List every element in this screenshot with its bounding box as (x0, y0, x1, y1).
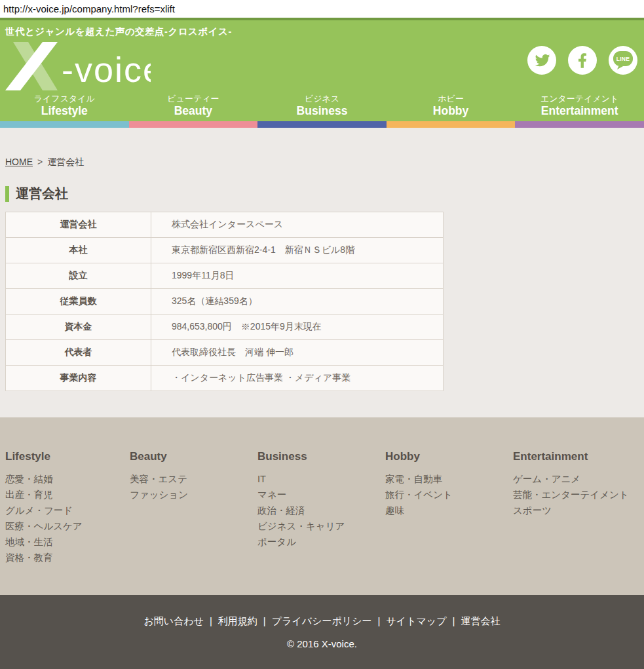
footer-link-separator: | (210, 615, 212, 626)
info-value-cell: 1999年11月8日 (151, 263, 444, 289)
footer-link-separator: | (378, 615, 381, 626)
footer-bottom-link-contact[interactable]: お問い合わせ (144, 615, 204, 626)
copyright: © 2016 X-voice. (0, 638, 644, 649)
footer-link[interactable]: 地域・生活 (5, 534, 130, 550)
info-label-cell: 事業内容 (6, 366, 151, 391)
info-label-cell: 資本金 (6, 315, 151, 340)
logo-wordmark: -voice (62, 50, 151, 89)
info-label-cell: 運営会社 (6, 212, 151, 238)
site-tagline: 世代とジャンルを超えた声の交差点-クロスボイス- (0, 20, 644, 38)
footer-link[interactable]: スポーツ (513, 503, 641, 518)
footer-bottom: お問い合わせ|利用規約|プライバシーポリシー|サイトマップ|運営会社 © 201… (0, 595, 644, 669)
info-value-cell: ・インターネット広告事業 ・メディア事業 (151, 366, 444, 391)
table-row: 資本金 984,653,800円 ※2015年9月末現在 (6, 315, 444, 340)
page-title-text: 運営会社 (16, 185, 68, 202)
stripe-business (257, 121, 387, 128)
nav-label-en: Business (257, 104, 387, 118)
info-value-cell: 984,653,800円 ※2015年9月末現在 (151, 315, 444, 340)
nav-label-jp: ビジネス (257, 93, 387, 104)
footer-link[interactable]: 趣味 (385, 503, 513, 518)
footer-link-separator: | (453, 615, 455, 626)
company-info-table: 運営会社 株式会社インタースペース 本社 東京都新宿区西新宿2-4-1 新宿ＮＳ… (5, 212, 444, 391)
breadcrumb-separator: > (37, 157, 43, 167)
footer-link[interactable]: 恋愛・結婚 (5, 471, 130, 487)
footer-link[interactable]: 芸能・エンターテイメント (513, 487, 641, 503)
footer-link[interactable]: ビジネス・キャリア (257, 518, 385, 534)
footer-link[interactable]: IT (257, 471, 385, 487)
stripe-hobby (387, 121, 516, 128)
footer-column-beauty: Beauty 美容・エステ ファッション (130, 450, 257, 595)
nav-label-en: Beauty (129, 104, 258, 118)
nav-item-entertainment[interactable]: エンターテイメント Entertainment (515, 93, 644, 121)
line-icon: LINE (613, 50, 634, 70)
table-row: 従業員数 325名（連結359名） (6, 289, 444, 315)
main-nav: ライフスタイル Lifestyle ビューティー Beauty ビジネス Bus… (0, 93, 644, 121)
facebook-icon (578, 53, 587, 68)
info-value-cell: 325名（連結359名） (151, 289, 444, 315)
footer-bottom-link-sitemap[interactable]: サイトマップ (386, 615, 446, 626)
footer-link[interactable]: ファッション (130, 487, 257, 503)
footer-link[interactable]: 美容・エステ (130, 471, 257, 487)
nav-color-stripes (0, 121, 644, 128)
footer-link[interactable]: グルメ・フード (5, 503, 130, 518)
footer-column-title: Beauty (130, 450, 257, 463)
nav-label-jp: ライフスタイル (0, 93, 129, 104)
nav-label-en: Entertainment (515, 104, 644, 118)
info-label-cell: 本社 (6, 238, 151, 263)
footer-link[interactable]: マネー (257, 487, 385, 503)
nav-item-beauty[interactable]: ビューティー Beauty (129, 93, 258, 121)
footer-column-entertainment: Entertainment ゲーム・アニメ 芸能・エンターテイメント スポーツ (513, 450, 641, 595)
main-content: HOME>運営会社 運営会社 運営会社 株式会社インタースペース 本社 東京都新… (0, 128, 644, 417)
info-label-cell: 代表者 (6, 340, 151, 366)
twitter-button[interactable] (527, 46, 556, 75)
footer-bottom-link-privacy[interactable]: プライバシーポリシー (272, 615, 372, 626)
page-title: 運営会社 (5, 185, 639, 202)
breadcrumb: HOME>運営会社 (5, 157, 639, 168)
footer-link[interactable]: 医療・ヘルスケア (5, 518, 130, 534)
info-label-cell: 従業員数 (6, 289, 151, 315)
nav-label-en: Lifestyle (0, 104, 129, 118)
footer-column-hobby: Hobby 家電・自動車 旅行・イベント 趣味 (385, 450, 513, 595)
site-logo[interactable]: -voice (5, 42, 151, 90)
footer-bottom-links: お問い合わせ|利用規約|プライバシーポリシー|サイトマップ|運営会社 (0, 615, 644, 627)
footer-link[interactable]: 政治・経済 (257, 503, 385, 518)
footer-sitemap: Lifestyle 恋愛・結婚 出産・育児 グルメ・フード 医療・ヘルスケア 地… (0, 417, 644, 595)
footer-link[interactable]: 資格・教育 (5, 550, 130, 565)
nav-label-jp: ホビー (387, 93, 516, 104)
breadcrumb-home-link[interactable]: HOME (5, 157, 33, 167)
stripe-lifestyle (0, 121, 129, 128)
info-value-cell: 代表取締役社長 河端 伸一郎 (151, 340, 444, 366)
footer-link[interactable]: 出産・育児 (5, 487, 130, 503)
nav-item-business[interactable]: ビジネス Business (257, 93, 387, 121)
table-row: 代表者 代表取締役社長 河端 伸一郎 (6, 340, 444, 366)
breadcrumb-current: 運営会社 (47, 157, 84, 167)
nav-item-lifestyle[interactable]: ライフスタイル Lifestyle (0, 93, 129, 121)
url-text[interactable]: http://x-voice.jp/company.html?refs=xlif… (3, 3, 175, 14)
line-button[interactable]: LINE (609, 46, 637, 75)
nav-label-jp: エンターテイメント (515, 93, 644, 104)
info-value-cell: 東京都新宿区西新宿2-4-1 新宿ＮＳビル8階 (151, 238, 444, 263)
footer-link-separator: | (263, 615, 266, 626)
footer-link[interactable]: 家電・自動車 (385, 471, 513, 487)
nav-item-hobby[interactable]: ホビー Hobby (387, 93, 516, 121)
footer-bottom-link-company[interactable]: 運営会社 (461, 615, 500, 626)
footer-link[interactable]: 旅行・イベント (385, 487, 513, 503)
table-row: 事業内容 ・インターネット広告事業 ・メディア事業 (6, 366, 444, 391)
footer-column-business: Business IT マネー 政治・経済 ビジネス・キャリア ポータル (257, 450, 385, 595)
table-row: 本社 東京都新宿区西新宿2-4-1 新宿ＮＳビル8階 (6, 238, 444, 263)
footer-link[interactable]: ポータル (257, 534, 385, 550)
footer-column-title: Entertainment (513, 450, 641, 463)
stripe-entertainment (515, 121, 644, 128)
table-row: 設立 1999年11月8日 (6, 263, 444, 289)
footer-bottom-link-terms[interactable]: 利用規約 (218, 615, 257, 626)
footer-column-title: Hobby (385, 450, 513, 463)
facebook-button[interactable] (568, 46, 597, 75)
line-icon-label: LINE (616, 56, 630, 62)
title-accent-bar (5, 186, 9, 202)
footer-link[interactable]: ゲーム・アニメ (513, 471, 641, 487)
site-header: 世代とジャンルを超えた声の交差点-クロスボイス- -voice LINE ライフ… (0, 20, 644, 121)
info-value-cell: 株式会社インタースペース (151, 212, 444, 238)
nav-label-jp: ビューティー (129, 93, 258, 104)
nav-label-en: Hobby (387, 104, 516, 118)
footer-column-lifestyle: Lifestyle 恋愛・結婚 出産・育児 グルメ・フード 医療・ヘルスケア 地… (5, 450, 130, 595)
